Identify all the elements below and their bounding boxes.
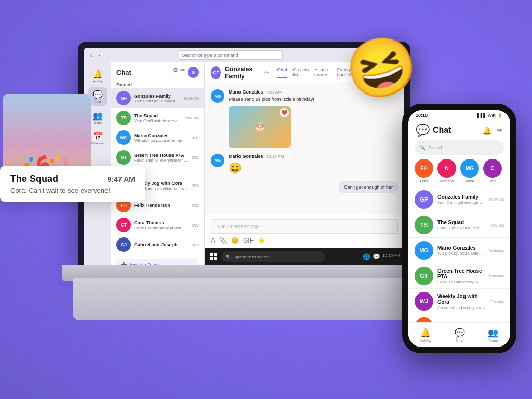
battery-icon: 🔋	[498, 113, 503, 118]
phone-chat-felix[interactable]: FH Felix Henderson Can you drive me to t…	[408, 314, 510, 322]
chat-item-pta[interactable]: GT Green Tree House PTA Felix: Thanks ev…	[111, 148, 204, 167]
natasha-label: Natasha	[440, 179, 454, 183]
taskbar-clock: 10:10 AM	[382, 253, 400, 260]
chat-item-mario[interactable]: MG Mario Gonzales Will pick up pizza aft…	[111, 128, 204, 148]
tab-house[interactable]: House chores	[314, 67, 332, 78]
phone-clock: 10:10	[416, 113, 428, 118]
search-input[interactable]	[179, 50, 283, 60]
chat-time-pta: 3/31	[192, 156, 199, 159]
outgoing-message: Can't get enough of her	[339, 181, 398, 193]
tab-grocery[interactable]: Grocery list	[292, 67, 309, 78]
message-time-1: 6:51 AM	[267, 90, 282, 95]
phone-chat-mario[interactable]: MG Mario Gonzales Will pick up pizza aft…	[408, 238, 510, 263]
phone-squad-avatar: TS	[415, 216, 433, 234]
cora-label: Cora	[488, 179, 496, 183]
attach-icon[interactable]: 📎	[219, 237, 227, 244]
chat-input-area: Type a new message A 📎 😊 GIF ⭐	[205, 215, 404, 248]
taskbar-search-box[interactable]: 🔍 Type here to search	[221, 251, 325, 262]
phone-notification-icon[interactable]: 🔔	[483, 126, 491, 135]
phone-squad-info: The Squad Cora: Can't wait to see everyo…	[437, 220, 486, 230]
user-avatar[interactable]: G	[188, 66, 199, 78]
phone-search-box[interactable]: 🔍 Search	[415, 140, 504, 155]
phone-mario-avatar: MG	[415, 241, 433, 260]
phone-avatar-mario[interactable]: MG Mario	[460, 159, 479, 183]
chat-avatar-gabriel: GJ	[116, 237, 131, 252]
chat-list-header: Chat ⚙ ✏ G	[111, 62, 204, 80]
svg-rect-2	[210, 257, 213, 260]
phone-bottom-nav: 🔔 Activity 💬 Chat 👥 Teams	[408, 322, 510, 347]
sidebar-item-activity[interactable]: 🔔 Activity	[88, 66, 107, 85]
phone-gonzales-name: Gonzales Family	[437, 194, 484, 200]
squad-notification-popup: The Squad 9:47 AM Cora: Can't wait to se…	[0, 166, 145, 202]
tab-chat[interactable]: Chat	[277, 67, 287, 78]
teams-label: Teams	[93, 121, 102, 124]
taskbar-edge-icon[interactable]: 🌐	[363, 253, 370, 260]
chat-time-squad: 9:47 AM	[185, 116, 199, 120]
signal-icon: ▌▌▌	[477, 113, 486, 118]
phone-header-left: 💬 Chat	[416, 124, 451, 137]
emoji-icon[interactable]: 😊	[231, 237, 239, 244]
phone-felix-avatar: FH	[415, 317, 433, 322]
phone-nav-activity[interactable]: 🔔 Activity	[420, 328, 431, 342]
taskbar-teams-icon[interactable]: 💬	[373, 253, 380, 260]
felix-label: Felix	[420, 179, 428, 183]
phone-chat-pta[interactable]: GT Green Tree House PTA Felix: Thanks ev…	[408, 263, 510, 289]
svg-rect-3	[214, 257, 217, 260]
chat-item-cora[interactable]: CT Cora Thomas Cora: For the party plans…	[111, 215, 204, 235]
chat-header-tabs: Chat Grocery list House chores Family bu…	[277, 67, 355, 78]
phone-chat-gonzales[interactable]: GF Gonzales Family You: Can't get enough…	[408, 187, 510, 212]
chat-item-gabriel[interactable]: GJ Gabriel and Joseph 3/28	[111, 235, 204, 255]
message-content-2: Mario Gonzales 12:13 PM 😄	[229, 154, 398, 175]
phone-jog-name: Weekly Jog with Cora	[437, 294, 486, 305]
pinned-section-label: Pinned	[111, 80, 204, 88]
gif-icon[interactable]: GIF	[243, 237, 254, 244]
phone-mario-info: Mario Gonzales Will pick up pizza after …	[437, 245, 484, 256]
phone-avatar-cora[interactable]: C Cora	[483, 159, 502, 183]
sticker-icon[interactable]: ⭐	[258, 237, 265, 244]
message-reaction: ❤️	[280, 108, 289, 117]
sidebar-item-chat[interactable]: 💬 Chat	[88, 87, 107, 106]
phone-chat-squad[interactable]: TS The Squad Cora: Can't wait to see eve…	[408, 212, 510, 238]
sidebar-item-teams[interactable]: 👥 Teams	[88, 108, 107, 127]
phone-pta-avatar: GT	[415, 267, 433, 285]
chat-item-squad[interactable]: TS The Squad You: Can't wait to see ever…	[111, 108, 204, 128]
message-input-box[interactable]: Type a new message	[211, 219, 398, 234]
sidebar-item-calendar[interactable]: 📅 Calendar	[88, 129, 107, 148]
phone-gonzales-info: Gonzales Family You: Can't get enough of…	[437, 194, 484, 205]
phone-nav-teams[interactable]: 👥 Teams	[488, 328, 499, 342]
phone-nav-chat[interactable]: 💬 Chat	[455, 328, 465, 342]
chat-time-felix: 3/30	[192, 204, 199, 207]
mario-avatar: MG	[460, 159, 479, 178]
filter-icon[interactable]: ⚙	[172, 66, 178, 78]
chat-avatar-gonzales: GF	[116, 91, 131, 105]
edit-icon[interactable]: ✏	[264, 70, 269, 75]
chat-list-actions: ⚙ ✏ G	[172, 66, 199, 78]
cora-avatar: C	[483, 159, 502, 178]
chat-name-cora: Cora Thomas	[134, 220, 189, 225]
windows-start-button[interactable]	[209, 252, 218, 261]
phone-jog-time: Tuesday	[490, 300, 504, 303]
phone-chat-jog[interactable]: WJ Weekly Jog with Cora I'm so behind on…	[408, 289, 510, 314]
laptop-keyboard	[73, 278, 416, 320]
phone-avatar-natasha[interactable]: N Natasha	[437, 159, 456, 183]
message-text-2: 😄	[229, 161, 398, 175]
phone-activity-icon: 🔔	[420, 328, 431, 338]
nav-forward[interactable]: ›	[96, 52, 102, 58]
phone-compose-icon[interactable]: ✏	[497, 126, 503, 135]
phone-pta-preview: Felix: Thanks everyone for attending...	[437, 280, 484, 284]
chat-item-gonzales-family[interactable]: GF Gonzales Family You: Can't get enough…	[111, 88, 204, 108]
popup-header: The Squad 9:47 AM	[10, 174, 135, 184]
phone-mario-time: Yesterday	[488, 249, 504, 252]
phone-avatar-felix[interactable]: FH Felix	[415, 159, 433, 183]
format-icon[interactable]: A	[211, 237, 215, 244]
chat-info-felix: Felix Henderson	[134, 203, 189, 208]
compose-icon[interactable]: ✏	[180, 66, 185, 78]
chat-name-gabriel: Gabriel and Joseph	[134, 242, 189, 247]
chat-name-mario: Mario Gonzales	[134, 133, 189, 138]
chat-preview-squad: You: Can't wait to see everyone!	[134, 118, 182, 123]
taskbar-search-icon: 🔍	[225, 255, 231, 259]
phone-search-placeholder: Search	[429, 145, 444, 150]
nav-back[interactable]: ‹	[88, 52, 94, 58]
invite-to-teams[interactable]: ➕ Invite to Teams	[116, 259, 199, 265]
phone-mario-name: Mario Gonzales	[437, 245, 484, 251]
